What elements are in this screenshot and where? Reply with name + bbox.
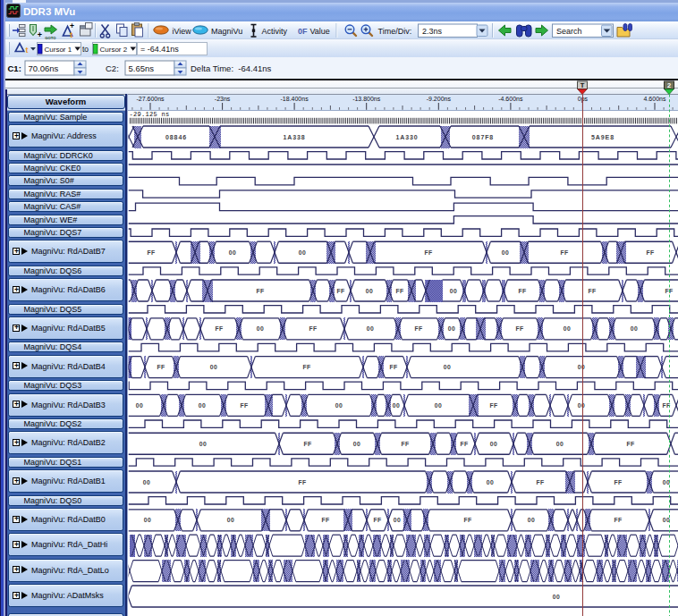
svg-text:70.06ns: 70.06ns [29,63,59,73]
svg-text:0F: 0F [298,27,308,36]
svg-text:FF: FF [614,517,622,523]
svg-text:-29.125 ns: -29.125 ns [130,111,170,118]
svg-text:Activity: Activity [262,27,288,36]
svg-text:FF: FF [303,441,311,447]
svg-text:00: 00 [663,517,670,523]
svg-text:-4.600ns: -4.600ns [498,96,523,102]
svg-text:FF: FF [626,441,634,447]
svg-text:FF: FF [588,288,596,294]
svg-text:FF: FF [515,325,523,332]
svg-text:DDR3 MVu: DDR3 MVu [23,6,75,17]
svg-text:FF: FF [157,364,165,370]
svg-text:Cursor 1: Cursor 1 [45,46,72,54]
svg-text:00: 00 [450,288,457,294]
svg-text:FF: FF [309,325,317,332]
svg-text:FF: FF [395,288,403,294]
svg-text:00: 00 [353,441,360,447]
svg-text:00: 00 [435,402,442,409]
svg-text:-27.600ns: -27.600ns [136,96,165,102]
svg-text:-13.800ns: -13.800ns [352,96,381,102]
svg-text:00: 00 [528,517,535,523]
svg-text:FF: FF [424,249,432,256]
svg-text:00: 00 [444,364,451,370]
svg-text:FF: FF [147,249,155,256]
svg-text:00: 00 [487,479,494,485]
svg-text:FF: FF [256,288,264,294]
svg-text:00: 00 [578,364,585,370]
svg-text:= -64.41ns: = -64.41ns [140,45,179,54]
svg-text:FF: FF [373,517,381,523]
svg-text:FF: FF [240,402,248,409]
svg-text:iView: iView [173,27,192,36]
svg-text:00: 00 [299,249,306,256]
svg-text:FF: FF [298,479,306,485]
svg-text:+: + [70,21,74,30]
svg-text:00: 00 [199,402,206,409]
svg-text:00: 00 [393,402,400,409]
svg-text:Time/Div:: Time/Div: [378,27,412,36]
svg-text:FF: FF [463,517,471,523]
svg-text:MagniVu: MagniVu [211,27,242,36]
svg-text:FF: FF [215,325,223,332]
svg-text:00: 00 [366,288,373,294]
svg-text:-9.200ns: -9.200ns [427,96,452,102]
svg-text:00: 00 [490,441,497,447]
svg-text:t: t [70,30,73,39]
svg-text:5A9E8: 5A9E8 [591,134,614,140]
svg-text:FF: FF [460,441,468,447]
svg-text:00: 00 [631,325,638,332]
svg-text:08846: 08846 [165,134,187,140]
svg-text:00: 00 [257,325,264,332]
svg-text:00: 00 [143,479,150,485]
svg-text:Value: Value [310,27,330,36]
svg-text:00: 00 [136,402,143,409]
svg-text:t: t [26,46,29,55]
svg-text:FF: FF [321,517,329,523]
svg-text:00: 00 [144,517,151,523]
svg-text:00: 00 [367,325,374,332]
svg-text:00: 00 [663,479,670,485]
svg-text:Cursor 2: Cursor 2 [100,46,128,54]
svg-text:GOTO: GOTO [45,36,56,40]
svg-text:FF: FF [518,288,526,294]
svg-text:C2:: C2: [106,63,119,73]
svg-text:00: 00 [578,402,585,409]
svg-text:00: 00 [335,402,343,409]
svg-text:00: 00 [556,441,564,447]
svg-text:FF: FF [389,364,397,370]
svg-text:C1:: C1: [8,63,21,73]
svg-text:00: 00 [394,517,401,523]
svg-text:00: 00 [502,249,509,256]
svg-text:-23ns: -23ns [215,96,231,102]
svg-text:FF: FF [336,288,344,294]
svg-text:00: 00 [553,594,560,600]
svg-text:FF: FF [560,249,568,256]
svg-text:FF: FF [614,479,622,485]
svg-text:+: + [38,30,42,39]
svg-text:Search: Search [556,27,582,36]
svg-text:FF: FF [302,364,310,370]
svg-text:FF: FF [414,325,422,332]
svg-text:087F8: 087F8 [472,134,494,140]
svg-text:-18.400ns: -18.400ns [281,96,309,102]
svg-text:FF: FF [489,402,497,409]
svg-text:2.3ns: 2.3ns [422,27,443,36]
svg-text:FF: FF [401,441,409,447]
svg-text:to: to [82,45,89,54]
svg-text:FF: FF [536,479,544,485]
svg-text:00: 00 [564,325,571,332]
svg-text:4.600ns: 4.600ns [644,96,666,102]
svg-text:FF: FF [646,249,654,256]
svg-text:00: 00 [210,364,217,370]
svg-text:00: 00 [227,517,234,523]
svg-text:00: 00 [229,249,236,256]
svg-text:1A330: 1A330 [395,134,418,140]
svg-text:Delta Time: -64.41ns: Delta Time: -64.41ns [191,63,272,73]
svg-text:1A338: 1A338 [283,134,305,140]
svg-text:5.65ns: 5.65ns [129,63,155,73]
svg-text:00: 00 [448,325,455,332]
svg-text:00: 00 [199,441,207,447]
